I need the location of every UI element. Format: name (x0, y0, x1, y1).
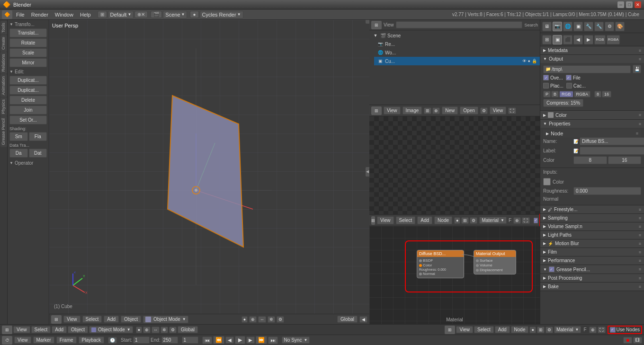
render-engine-dropdown[interactable]: Cycles Render ▼ (200, 11, 243, 18)
s-icon4[interactable]: ✲ (161, 327, 168, 333)
sampling-header[interactable]: ▶ Sampling ≡ (540, 214, 644, 222)
render-icon4[interactable]: ⛶ (508, 107, 516, 114)
surface-socket[interactable] (476, 259, 479, 262)
performance-header[interactable]: ▶ Performance ≡ (540, 257, 644, 265)
s-global-btn[interactable]: Global (178, 326, 198, 333)
s-icon3[interactable]: ↔ (152, 327, 160, 333)
light-paths-header[interactable]: ▶ Light Paths ≡ (540, 231, 644, 239)
material-output-node[interactable]: Material Output Surface Volume (474, 250, 516, 274)
join-button[interactable]: Join (9, 106, 47, 115)
metadata-header[interactable]: ▶ Metadata ≡ (540, 46, 644, 54)
film-menu[interactable]: ≡ (639, 250, 641, 255)
render-new-btn[interactable]: New (442, 106, 458, 115)
ns-icon3[interactable]: ⚙ (546, 327, 553, 333)
status-add2-btn[interactable]: Add (495, 326, 510, 333)
depth-8-btn[interactable]: 8 (594, 91, 601, 97)
tools-tab[interactable]: Tools (0, 21, 7, 35)
status-object-btn[interactable]: Object (68, 326, 88, 333)
sampling-menu[interactable]: ≡ (639, 216, 641, 221)
node-exp2[interactable]: ⛶ (522, 217, 530, 224)
motion-blur-menu[interactable]: ≡ (639, 241, 641, 246)
relations-tab[interactable]: Relations (0, 52, 7, 74)
smooth-button[interactable]: Sm (9, 132, 28, 141)
color-socket[interactable] (419, 264, 422, 267)
jump-end-btn[interactable]: ⏭ (268, 336, 278, 344)
use-nodes-checkbox[interactable]: ✓ (534, 218, 538, 223)
compress-button[interactable]: Compress: 15% (543, 99, 583, 107)
blender-logo[interactable]: 🔶 (2, 10, 12, 19)
prop-icon2-4[interactable]: ◀ (573, 35, 583, 44)
status-view-btn[interactable]: View (13, 326, 30, 333)
prev-keyframe-btn[interactable]: ◀ (225, 336, 234, 344)
color-rgba-btn[interactable]: RGBA (574, 91, 591, 97)
normal-socket[interactable] (419, 273, 422, 275)
color-num2[interactable]: 16 (608, 156, 642, 164)
depth-16-btn[interactable]: 16 (602, 91, 611, 97)
performance-menu[interactable]: ≡ (639, 258, 641, 263)
node-icon2[interactable]: ⊞ (461, 217, 469, 224)
vp-icon3[interactable]: ↔ (258, 316, 266, 323)
displacement-socket[interactable] (476, 269, 479, 272)
film-header[interactable]: ▶ Film ≡ (540, 248, 644, 256)
light-paths-menu[interactable]: ≡ (639, 233, 641, 238)
timeline-rec-btn[interactable]: ⏺ (623, 337, 632, 344)
sync-dropdown[interactable]: No Sync ▼ (282, 336, 310, 344)
animation-tab[interactable]: Animation (0, 74, 7, 97)
status-view2-btn[interactable]: View (456, 326, 473, 333)
metadata-menu[interactable]: ≡ (639, 48, 641, 53)
label-input[interactable] (580, 147, 644, 155)
post-processing-menu[interactable]: ≡ (639, 276, 641, 281)
output-save-icon[interactable]: 💾 (633, 65, 641, 73)
data2-button[interactable]: Dat (29, 149, 47, 158)
collapse-handle-top[interactable]: ◀ (366, 167, 369, 177)
file-checkbox[interactable]: ✓ (566, 75, 572, 80)
cache-checkbox[interactable] (566, 83, 572, 88)
menu-render[interactable]: Render (28, 11, 51, 18)
material-dropdown[interactable]: Material ▼ (479, 217, 507, 224)
status-mode-icon[interactable]: ⊞ (2, 326, 12, 334)
mode-dropdown[interactable]: Object Mode ▼ (143, 316, 188, 323)
end-input[interactable] (161, 336, 178, 344)
timeline-view-btn[interactable]: View (14, 336, 31, 344)
ne-icon1[interactable]: ⊕ (589, 327, 597, 333)
render-icon3[interactable]: ⚙ (480, 107, 488, 114)
status-mode-dropdown[interactable]: Object Mode ▼ (89, 326, 133, 333)
node-view-btn[interactable]: View (377, 216, 394, 224)
diffuse-bsdf-node[interactable]: Diffuse BSD... BSDF Color (417, 250, 464, 278)
tree-item-cube[interactable]: ▣ Cu... 👁 ● 🔒 (374, 57, 540, 65)
prop-icon-world[interactable]: 🌐 (563, 22, 572, 31)
node-icon3[interactable]: ⚙ (470, 217, 477, 224)
properties-menu[interactable]: ≡ (639, 122, 641, 126)
color-swatch[interactable] (543, 178, 551, 186)
workspace-dropdown[interactable]: Default ▼ (108, 11, 134, 18)
menu-window[interactable]: Window (52, 11, 76, 18)
ns-icon1[interactable]: ● (529, 327, 536, 333)
minimize-button[interactable]: ─ (617, 1, 624, 8)
physics-tab[interactable]: Physics (0, 97, 7, 116)
collapse-handle-right[interactable] (366, 20, 369, 24)
start-input[interactable] (133, 336, 150, 344)
play-btn[interactable]: ▶ (235, 336, 245, 344)
translate-button[interactable]: Translat... (9, 28, 47, 37)
use-nodes-status-label[interactable]: Use Nodes (617, 327, 640, 332)
prop-icon-constraints[interactable]: 🔧 (584, 22, 593, 31)
render-view2-btn[interactable]: View (490, 106, 507, 115)
jump-start-btn[interactable]: ⏮ (202, 336, 212, 344)
color-menu[interactable]: ≡ (639, 113, 641, 117)
prop-icon-data[interactable]: ⚙ (605, 22, 614, 31)
rotate-button[interactable]: Rotate (9, 38, 47, 47)
eye-icon[interactable]: 👁 (522, 59, 527, 63)
grease-pencil-checkbox[interactable]: ✓ (549, 266, 555, 272)
render-icon1[interactable]: ⊞ (424, 107, 431, 114)
prop-icon-render[interactable]: 🖥 (542, 22, 552, 31)
bake-menu[interactable]: ≡ (639, 284, 641, 289)
prop-icon2-rgb[interactable]: RGB (594, 35, 606, 44)
s-icon5[interactable]: ⚙ (169, 327, 177, 333)
s-icon1[interactable]: ● (136, 327, 142, 333)
volume-sampling-header[interactable]: ▶ Volume Sampl:n ≡ (540, 222, 644, 230)
data1-button[interactable]: Da (9, 149, 28, 158)
lock-icon[interactable]: 🔒 (532, 59, 537, 63)
output-menu[interactable]: ≡ (639, 57, 641, 62)
prop-icon2-2[interactable]: ▣ (553, 35, 562, 44)
volume-socket[interactable] (476, 264, 479, 267)
